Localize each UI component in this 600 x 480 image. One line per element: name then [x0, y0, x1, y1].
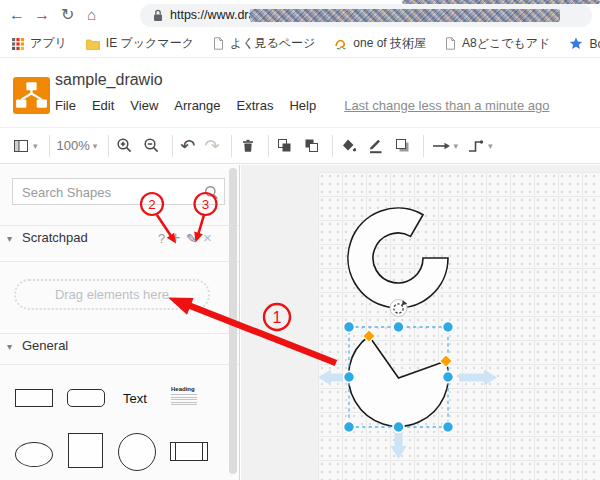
- arrow-right-icon: [431, 138, 451, 154]
- zoom-in-icon: [116, 137, 134, 155]
- caret-down-icon: ▾: [33, 141, 38, 151]
- bookmark-label: Bookmarks: [589, 37, 600, 51]
- bookmark-label: アプリ: [30, 35, 67, 52]
- shadow-icon: [394, 137, 412, 155]
- shape-textbox[interactable]: Heading: [171, 386, 198, 409]
- textbox-heading-label: Heading: [171, 386, 198, 392]
- caret-down-icon: ▾: [93, 141, 98, 151]
- process-inner-line: [175, 443, 176, 460]
- bookmark-apps[interactable]: アプリ: [12, 35, 67, 52]
- bookmark-ie[interactable]: IE ブックマーク: [86, 35, 194, 52]
- url-redacted-blur: [250, 9, 560, 22]
- trash-icon: [239, 137, 257, 155]
- menu-edit[interactable]: Edit: [92, 98, 114, 113]
- to-back-icon: [303, 137, 321, 155]
- app-header: sample_drawio File Edit View Arrange Ext…: [0, 58, 600, 128]
- shape-ellipse[interactable]: [15, 442, 53, 467]
- document-title: sample_drawio: [55, 71, 163, 89]
- zoom-level: 100%: [57, 138, 90, 153]
- menu-help[interactable]: Help: [289, 98, 316, 113]
- drawio-logo: [13, 77, 50, 114]
- general-collapse-icon[interactable]: ▾: [7, 341, 12, 352]
- line-color-button[interactable]: [367, 137, 385, 155]
- scratchpad-title[interactable]: Scratchpad: [22, 230, 88, 245]
- shape-process[interactable]: [170, 442, 208, 461]
- waypoint-style-button[interactable]: ▾: [467, 138, 493, 154]
- to-front-button[interactable]: [276, 137, 294, 155]
- menu-bar: File Edit View Arrange Extras Help Last …: [55, 98, 549, 113]
- zoom-out-button[interactable]: [143, 137, 161, 155]
- textbox-body-lines: [171, 394, 197, 407]
- fill-color-button[interactable]: [340, 137, 358, 155]
- shape-rectangle[interactable]: [15, 389, 53, 407]
- view-panel-icon: [12, 137, 30, 155]
- scratchpad-close-icon[interactable]: ×: [203, 229, 212, 246]
- apps-grid-icon: [12, 38, 24, 50]
- general-section-title[interactable]: General: [22, 338, 68, 353]
- home-icon[interactable]: ⌂: [87, 4, 96, 26]
- lock-icon: [153, 9, 163, 22]
- view-panel-button[interactable]: ▾: [12, 137, 38, 155]
- toolbar: ▾ 100% ▾ ↶ ↷: [0, 128, 600, 164]
- folder-icon: [86, 38, 100, 50]
- to-front-icon: [276, 137, 294, 155]
- connection-arrow-button[interactable]: ▾: [431, 138, 459, 154]
- shape-text[interactable]: Text: [123, 391, 147, 406]
- redo-button[interactable]: ↷: [204, 138, 219, 154]
- bookmarks-bar: アプリ IE ブックマーク よく見るページ one of 技術屋 A8どこでもア…: [0, 30, 600, 58]
- pen-scribble-icon: [334, 37, 347, 50]
- zoom-in-button[interactable]: [116, 137, 134, 155]
- caret-down-icon: ▾: [454, 141, 459, 151]
- delete-button[interactable]: [239, 137, 257, 155]
- reload-icon[interactable]: ↻: [61, 4, 74, 26]
- bookmark-label: A8どこでもアド: [462, 35, 550, 52]
- bookmark-a8[interactable]: A8どこでもアド: [445, 35, 550, 52]
- address-bar[interactable]: https://www.draw.io/: [140, 4, 592, 27]
- sidebar-scrollbar[interactable]: [229, 168, 237, 474]
- scratchpad-add-icon[interactable]: +: [171, 229, 180, 247]
- menu-arrange[interactable]: Arrange: [174, 98, 220, 113]
- shape-search-input[interactable]: [20, 180, 204, 205]
- drawio-logo-glyph: [13, 77, 50, 114]
- process-inner-line: [202, 443, 203, 460]
- bookmark-bookmarks[interactable]: Bookmarks: [569, 37, 600, 51]
- shape-square[interactable]: [68, 433, 103, 468]
- bookmark-label: よく見るページ: [230, 35, 315, 52]
- page-icon: [445, 37, 456, 50]
- page-icon: [213, 37, 224, 50]
- menu-extras[interactable]: Extras: [237, 98, 274, 113]
- search-icon: [204, 185, 219, 200]
- scratchpad-collapse-icon[interactable]: ▾: [7, 233, 12, 244]
- bookmark-frequent[interactable]: よく見るページ: [213, 35, 315, 52]
- bookmark-label: one of 技術屋: [353, 35, 426, 52]
- zoom-out-icon: [143, 137, 161, 155]
- shadow-button[interactable]: [394, 137, 412, 155]
- tab-title-redacted-blur: [402, 0, 600, 4]
- shapes-sidebar: ▾ Scratchpad ? + ✎ × Drag elements here …: [0, 165, 240, 480]
- drawing-canvas[interactable]: [241, 165, 600, 480]
- page-grid[interactable]: [318, 172, 600, 480]
- menu-file[interactable]: File: [55, 98, 76, 113]
- scratchpad-drop-area[interactable]: Drag elements here: [14, 279, 210, 310]
- caret-down-icon: ▾: [488, 141, 493, 151]
- scratchpad-edit-icon[interactable]: ✎: [186, 231, 197, 246]
- menu-view[interactable]: View: [130, 98, 158, 113]
- elbow-connector-icon: [467, 138, 485, 154]
- back-icon[interactable]: ←: [9, 4, 25, 26]
- shape-search-box[interactable]: [12, 178, 225, 205]
- line-color-icon: [367, 137, 385, 155]
- bookmark-label: IE ブックマーク: [106, 35, 194, 52]
- shape-rounded-rectangle[interactable]: [67, 389, 105, 407]
- fill-color-icon: [340, 137, 358, 155]
- scratchpad-help-icon[interactable]: ?: [158, 231, 165, 246]
- to-back-button[interactable]: [303, 137, 321, 155]
- undo-button[interactable]: ↶: [180, 138, 195, 154]
- bookmark-oneof[interactable]: one of 技術屋: [334, 35, 426, 52]
- main-area: ▾ Scratchpad ? + ✎ × Drag elements here …: [0, 165, 600, 480]
- browser-navbar: ← → ↻ ⌂ https://www.draw.io/: [0, 0, 600, 30]
- last-change-link[interactable]: Last change less than a minute ago: [344, 98, 549, 113]
- zoom-level-button[interactable]: 100% ▾: [57, 138, 98, 153]
- shape-circle[interactable]: [118, 433, 156, 471]
- star-icon: [569, 37, 583, 50]
- forward-icon[interactable]: →: [34, 4, 50, 26]
